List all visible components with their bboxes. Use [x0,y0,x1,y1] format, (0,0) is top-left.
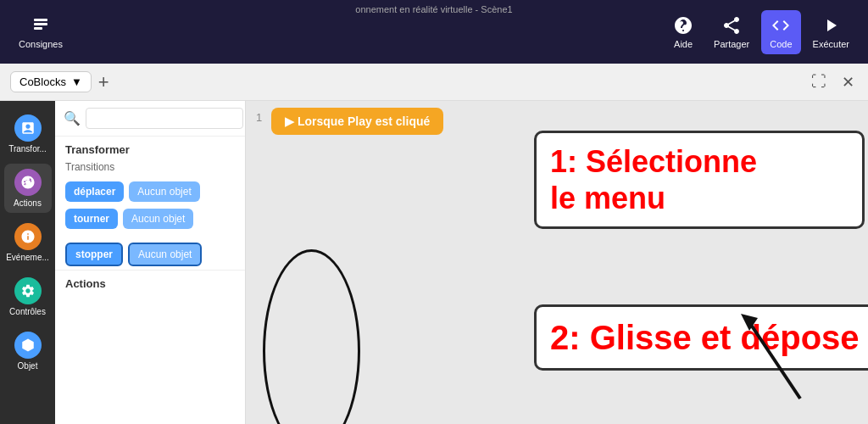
search-icon: 🔍 [64,110,81,126]
sidebar-item-actions[interactable]: Actions [4,164,52,213]
block-row-deplacer[interactable]: déplacer Aucun objet [55,178,245,205]
code-icon [771,15,791,36]
code-label: Code [770,39,792,49]
executer-label: Exécuter [813,39,849,49]
partager-icon [721,15,742,36]
block-tourner-label: tourner [74,213,109,225]
partager-label: Partager [714,39,749,49]
svg-rect-0 [34,19,47,21]
code-topbar: CoBlocks ▼ + ⛶ ✕ [0,64,868,101]
code-topbar-right: ⛶ ✕ [808,70,858,95]
block-row-tourner[interactable]: tourner Aucun objet [55,205,245,232]
topbar-right: Aide Partager Code Exécuter [665,10,858,54]
sidebar-item-evenements[interactable]: Evéneme... [4,218,52,267]
block-stopper[interactable]: stopper [65,243,123,266]
topbar-left: Consignes [10,10,71,54]
sidebar-item-transformer[interactable]: Transfor... [4,109,52,159]
partager-button[interactable]: Partager [705,10,758,54]
consignes-button[interactable]: Consignes [10,10,71,54]
coblocks-dropdown[interactable]: CoBlocks ▼ [10,71,92,92]
dropdown-arrow-icon: ▼ [71,75,82,88]
main-content: Transfor... Actions Evéneme... Contrôles… [0,101,868,424]
controles-icon [14,277,42,304]
topbar: onnement en réalité virtuelle - Scène1 C… [0,0,868,64]
objet-icon [14,332,42,359]
sidebar-item-controles[interactable]: Contrôles [4,272,52,321]
transformer-icon [14,114,42,142]
block-row-stopper[interactable]: stopper Aucun objet [55,239,245,270]
executer-icon [821,15,841,36]
block-panel: 🔍 《 Transformer Transitions déplacer Auc… [55,101,246,424]
scene-title: onnement en réalité virtuelle - Scène1 [0,4,868,14]
add-tab-button[interactable]: + [98,71,109,93]
expand-button[interactable]: ⛶ [808,70,830,95]
svg-rect-1 [34,23,47,25]
sidebar-item-label: Contrôles [9,307,46,316]
actions-title: Actions [55,270,245,293]
sidebar-item-label: Transfor... [8,144,47,153]
search-bar: 🔍 《 [55,101,245,137]
oval-annotation [263,249,360,424]
block-tourner-obj[interactable]: Aucun objet [123,209,193,229]
aide-icon [673,15,693,36]
svg-line-4 [749,322,800,399]
evenements-icon [14,223,42,250]
annotation-box-1: 1: Sélectionnele menu [534,131,865,229]
sidebar-item-label: Objet [18,361,38,371]
play-block-label: ▶ Lorsque Play est cliqué [285,114,430,128]
annotation-box-2: 2: Glisse et dépose [534,304,868,371]
sidebar-item-objet[interactable]: Objet [4,326,52,376]
actions-icon [14,169,42,196]
block-deplacer[interactable]: déplacer [65,181,124,202]
sidebar-item-label: Actions [14,198,42,208]
close-button[interactable]: ✕ [838,70,858,95]
play-block[interactable]: ▶ Lorsque Play est cliqué [271,108,443,135]
annotation-1-text: 1: Sélectionnele menu [550,144,757,215]
block-deplacer-obj-label: Aucun objet [137,186,191,198]
sidebar-item-label: Evéneme... [6,253,49,262]
canvas-area: 1 ▶ Lorsque Play est cliqué 1: Sélection… [246,101,868,424]
line-number: 1 [256,111,262,124]
block-tourner[interactable]: tourner [65,209,118,229]
block-deplacer-label: déplacer [74,186,115,198]
aide-button[interactable]: Aide [665,10,702,54]
block-deplacer-obj[interactable]: Aucun objet [129,181,199,202]
coblocks-label: CoBlocks [19,75,66,88]
block-tourner-obj-label: Aucun objet [131,213,185,225]
executer-button[interactable]: Exécuter [804,10,858,54]
block-stopper-obj-label: Aucun objet [138,248,192,260]
block-stopper-obj[interactable]: Aucun objet [128,243,202,266]
section-title: Transformer [55,137,245,159]
arrow-annotation [732,305,817,407]
aide-label: Aide [674,39,693,49]
sidebar: Transfor... Actions Evéneme... Contrôles… [0,101,55,424]
block-stopper-label: stopper [75,248,113,260]
consignes-label: Consignes [19,39,63,49]
code-button[interactable]: Code [761,10,800,54]
sub-title: Transitions [55,159,245,178]
search-input[interactable] [86,108,243,129]
svg-rect-2 [34,27,42,30]
consignes-icon [31,15,51,36]
